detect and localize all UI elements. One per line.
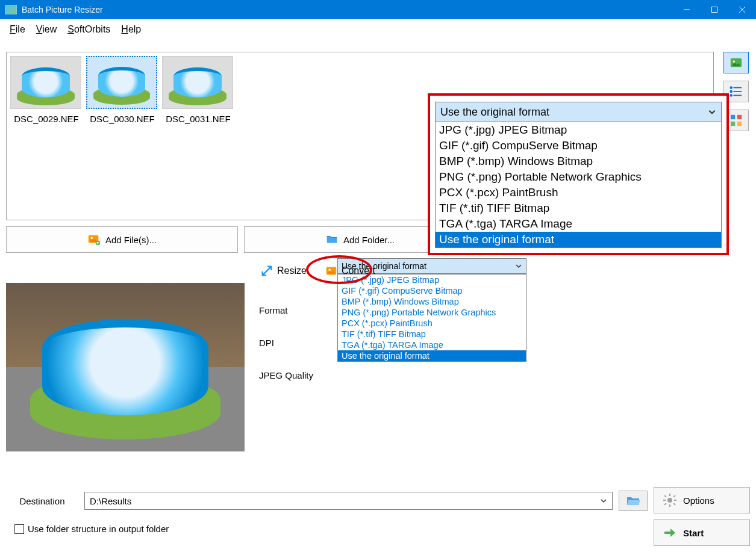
svg-point-22: [328, 268, 331, 271]
menu-bar: File View SoftOrbits Help: [0, 19, 756, 40]
format-option[interactable]: TIF (*.tif) TIFF Bitmap: [338, 329, 526, 339]
start-button[interactable]: Start: [654, 519, 750, 546]
overlay-format-list[interactable]: JPG (*.jpg) JPEG Bitmap GIF (*.gif) Comp…: [435, 122, 722, 248]
close-button[interactable]: [728, 0, 756, 19]
format-option[interactable]: TGA (*.tga) TARGA Image: [338, 339, 526, 350]
svg-rect-28: [664, 495, 666, 497]
svg-rect-26: [663, 500, 666, 501]
menu-file[interactable]: File: [5, 22, 30, 37]
svg-point-5: [733, 60, 736, 63]
gear-icon: [663, 493, 677, 507]
preview-pane: [6, 259, 245, 476]
preview-image: [6, 283, 245, 451]
tab-convert[interactable]: Convert: [321, 262, 379, 280]
svg-rect-25: [669, 504, 670, 507]
minimize-button[interactable]: [673, 0, 701, 19]
overlay-format-option[interactable]: TIF (*.tif) TIFF Bitmap: [436, 200, 721, 216]
title-bar: Batch Picture Resizer: [0, 0, 756, 19]
resize-icon: [260, 264, 273, 277]
thumbnail-item[interactable]: DSC_0030.NEF: [86, 56, 158, 124]
format-label: Format: [259, 305, 337, 315]
convert-icon: [325, 264, 338, 277]
format-option[interactable]: Use the original format: [338, 350, 526, 361]
options-button[interactable]: Options: [654, 487, 750, 513]
start-arrow-icon: [663, 525, 677, 540]
tab-convert-content: Format Use the original format JPG (*.jp…: [253, 283, 715, 402]
svg-rect-30: [664, 503, 666, 505]
overlay-format-option[interactable]: PCX (*.pcx) PaintBrush: [436, 185, 721, 200]
settings-tabs: Resize Convert Rotate Format Use the ori…: [253, 259, 715, 508]
svg-point-11: [730, 95, 732, 96]
menu-help[interactable]: Help: [116, 22, 146, 37]
overlay-format-option[interactable]: TGA (*.tga) TARGA Image: [436, 216, 721, 232]
thumbnail-item[interactable]: DSC_0031.NEF: [162, 56, 234, 124]
svg-rect-14: [731, 122, 735, 126]
view-thumbnails-button[interactable]: [723, 52, 749, 73]
folder-open-icon: [626, 495, 640, 507]
svg-rect-15: [737, 122, 742, 126]
overlay-format-option[interactable]: Use the original format: [436, 232, 721, 247]
svg-rect-12: [731, 115, 735, 119]
overlay-format-option[interactable]: GIF (*.gif) CompuServe Bitmap: [436, 138, 721, 153]
menu-softorbits[interactable]: SoftOrbits: [63, 22, 115, 37]
format-option[interactable]: BMP (*.bmp) Windows Bitmap: [338, 296, 526, 307]
folder-icon: [325, 233, 339, 246]
svg-point-23: [667, 498, 672, 503]
format-option[interactable]: PCX (*.pcx) PaintBrush: [338, 318, 526, 329]
chevron-down-icon: [515, 262, 522, 270]
overlay-format-select[interactable]: Use the original format: [435, 102, 722, 122]
thumbnail-item[interactable]: DSC_0029.NEF: [10, 56, 83, 124]
format-option[interactable]: GIF (*.gif) CompuServe Bitmap: [338, 285, 526, 296]
menu-view[interactable]: View: [31, 22, 61, 37]
chevron-down-icon: [708, 108, 716, 116]
svg-point-10: [730, 91, 732, 93]
use-folder-structure-checkbox[interactable]: [14, 524, 24, 534]
thumbnail-filename: DSC_0029.NEF: [10, 114, 83, 124]
format-dropdown-list[interactable]: JPG (*.jpg) JPEG Bitmap GIF (*.gif) Comp…: [337, 274, 526, 362]
thumbnail-filename: DSC_0031.NEF: [162, 114, 234, 124]
overlay-format-option[interactable]: BMP (*.bmp) Windows Bitmap: [436, 153, 721, 169]
use-folder-structure-label: Use folder structure in output folder: [28, 524, 169, 534]
svg-rect-24: [669, 494, 670, 496]
svg-rect-1: [712, 7, 717, 13]
jpeg-quality-label: JPEG Quality: [259, 370, 337, 380]
svg-rect-13: [737, 115, 742, 119]
svg-point-17: [90, 237, 93, 239]
overlay-format-option[interactable]: PNG (*.png) Portable Network Graphics: [436, 169, 721, 185]
svg-rect-29: [673, 503, 675, 505]
add-folder-label: Add Folder...: [343, 235, 395, 245]
thumbnail-filename: DSC_0030.NEF: [86, 114, 158, 124]
svg-rect-31: [673, 495, 675, 497]
format-option[interactable]: PNG (*.png) Portable Network Graphics: [338, 307, 526, 318]
annotation-format-overlay: Use the original format JPG (*.jpg) JPEG…: [428, 93, 729, 255]
destination-browse-button[interactable]: [619, 491, 648, 511]
svg-point-9: [730, 87, 732, 88]
tab-resize[interactable]: Resize: [257, 262, 310, 280]
chevron-down-icon: [600, 497, 607, 504]
add-files-button[interactable]: Add File(s)...: [6, 226, 238, 253]
app-icon: [5, 5, 17, 14]
destination-row: Destination D:\Results: [6, 491, 750, 511]
destination-select[interactable]: D:\Results: [84, 492, 613, 510]
svg-rect-27: [674, 500, 676, 501]
maximize-button[interactable]: [701, 0, 728, 19]
use-folder-structure-row[interactable]: Use folder structure in output folder: [14, 524, 169, 534]
destination-label: Destination: [6, 496, 78, 506]
add-files-label: Add File(s)...: [105, 235, 157, 245]
image-plus-icon: [87, 233, 101, 246]
window-title: Batch Picture Resizer: [22, 5, 103, 14]
dpi-label: DPI: [259, 338, 337, 348]
overlay-format-option[interactable]: JPG (*.jpg) JPEG Bitmap: [436, 122, 721, 138]
